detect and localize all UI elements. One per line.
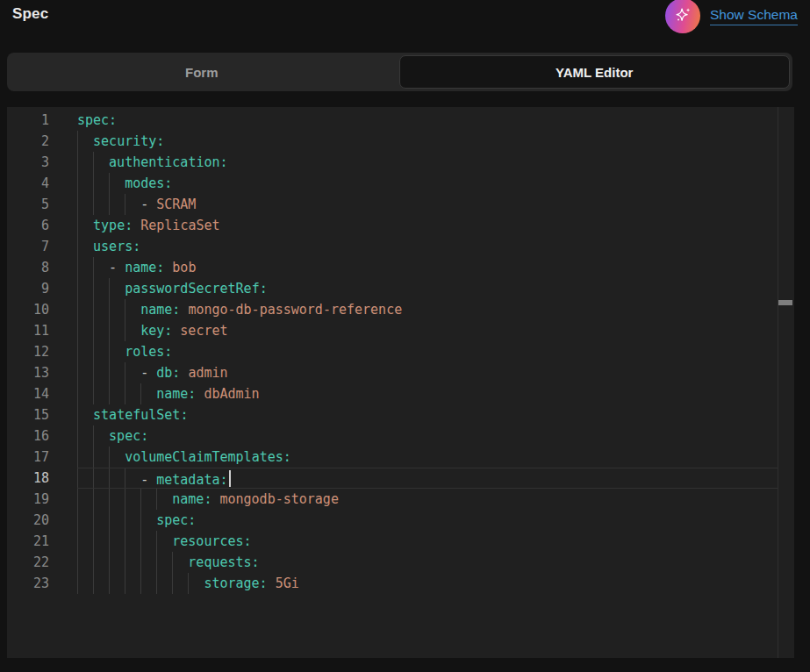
code-text: roles:: [77, 341, 172, 362]
editor-line[interactable]: 6 type: ReplicaSet: [7, 215, 794, 236]
editor-line[interactable]: 23 storage: 5Gi: [7, 573, 794, 594]
indent-guide: [109, 341, 125, 362]
indent-guide: [156, 489, 172, 510]
indent-guide: [125, 194, 140, 215]
indent-guide: [93, 173, 109, 194]
editor-line[interactable]: 10 name: mongo-db-password-reference: [7, 299, 794, 320]
editor-line[interactable]: 13 - db: admin: [7, 362, 794, 383]
indent-guide: [77, 552, 93, 573]
ai-assistant-button[interactable]: [665, 0, 700, 33]
line-number: 12: [7, 341, 49, 362]
line-number: 17: [7, 447, 49, 468]
indent-guide: [109, 489, 125, 510]
show-schema-link[interactable]: Show Schema: [710, 7, 798, 25]
indent-guide: [93, 320, 109, 341]
editor-line[interactable]: 17 volumeClaimTemplates:: [7, 447, 794, 468]
code-text: name: dbAdmin: [77, 383, 260, 404]
scrollbar-thumb[interactable]: [778, 300, 792, 305]
code-text: security:: [77, 131, 164, 152]
indent-guide: [140, 573, 156, 594]
text-cursor: [229, 470, 231, 487]
indent-guide: [77, 173, 93, 194]
editor-line[interactable]: 8 - name: bob: [7, 257, 794, 278]
indent-guide: [93, 531, 109, 552]
indent-guide: [77, 425, 93, 447]
indent-guide: [77, 194, 93, 215]
indent-guide: [77, 299, 93, 320]
editor-line[interactable]: 3 authentication:: [7, 152, 794, 173]
indent-guide: [93, 383, 109, 404]
code-text: requests:: [77, 552, 260, 573]
indent-guide: [77, 510, 93, 531]
editor-line[interactable]: 7 users:: [7, 236, 794, 257]
indent-guide: [156, 531, 172, 552]
indent-guide: [125, 320, 140, 341]
editor-line[interactable]: 21 resources:: [7, 531, 794, 552]
editor-line[interactable]: 5 - SCRAM: [7, 194, 794, 215]
indent-guide: [93, 489, 109, 510]
code-text: name: mongodb-storage: [77, 489, 339, 510]
code-text: spec:: [77, 510, 196, 531]
indent-guide: [77, 131, 93, 152]
editor-line[interactable]: 11 key: secret: [7, 320, 794, 341]
line-number: 14: [7, 383, 49, 404]
editor-line[interactable]: 9 passwordSecretRef:: [7, 278, 794, 299]
line-number: 3: [7, 152, 49, 173]
indent-guide: [109, 573, 125, 594]
editor-line[interactable]: 12 roles:: [7, 341, 794, 362]
indent-guide: [109, 447, 125, 468]
indent-guide: [77, 278, 93, 299]
indent-guide: [77, 573, 93, 594]
editor-line[interactable]: 18 - metadata:: [7, 468, 794, 489]
tab-form[interactable]: Form: [7, 53, 397, 91]
tab-yaml-editor-label: YAML Editor: [556, 65, 633, 80]
editor-line[interactable]: 15 statefulSet:: [7, 404, 794, 425]
line-number: 4: [7, 173, 49, 194]
indent-guide: [188, 573, 204, 594]
editor-line[interactable]: 16 spec:: [7, 425, 794, 447]
indent-guide: [172, 552, 188, 573]
editor-line[interactable]: 22 requests:: [7, 552, 794, 573]
indent-guide: [125, 573, 140, 594]
line-number: 13: [7, 362, 49, 383]
line-number: 23: [7, 573, 49, 594]
editor-line[interactable]: 14 name: dbAdmin: [7, 383, 794, 404]
editor-line[interactable]: 19 name: mongodb-storage: [7, 489, 794, 510]
indent-guide: [93, 552, 109, 573]
code-text: key: secret: [77, 320, 228, 341]
yaml-editor[interactable]: 1spec:2 security:3 authentication:4 mode…: [7, 107, 794, 658]
indent-guide: [93, 510, 109, 531]
editor-line[interactable]: 4 modes:: [7, 173, 794, 194]
indent-guide: [109, 194, 125, 215]
indent-guide: [125, 383, 140, 404]
tab-yaml-editor[interactable]: YAML Editor: [399, 55, 791, 89]
editor-line[interactable]: 2 security:: [7, 131, 794, 152]
line-number: 18: [7, 468, 49, 489]
indent-guide: [77, 489, 93, 510]
indent-guide: [93, 425, 109, 447]
line-number: 16: [7, 425, 49, 447]
editor-lines: 1spec:2 security:3 authentication:4 mode…: [7, 107, 794, 594]
line-number: 9: [7, 278, 49, 299]
code-text: spec:: [77, 110, 117, 131]
line-number: 2: [7, 131, 49, 152]
indent-guide: [77, 257, 93, 278]
code-text: - SCRAM: [77, 194, 196, 215]
indent-guide: [77, 215, 93, 236]
indent-guide: [93, 299, 109, 320]
tab-form-label: Form: [185, 65, 219, 80]
editor-line[interactable]: 1spec:: [7, 110, 794, 131]
indent-guide: [125, 531, 140, 552]
indent-guide: [77, 531, 93, 552]
indent-guide: [77, 152, 93, 173]
indent-guide: [93, 362, 109, 383]
indent-guide: [109, 362, 125, 383]
line-number: 19: [7, 489, 49, 510]
indent-guide: [77, 236, 93, 257]
code-text: users:: [77, 236, 140, 257]
indent-guide: [140, 383, 156, 404]
editor-line[interactable]: 20 spec:: [7, 510, 794, 531]
code-text: - name: bob: [77, 257, 196, 278]
indent-guide: [109, 510, 125, 531]
indent-guide: [93, 194, 109, 215]
